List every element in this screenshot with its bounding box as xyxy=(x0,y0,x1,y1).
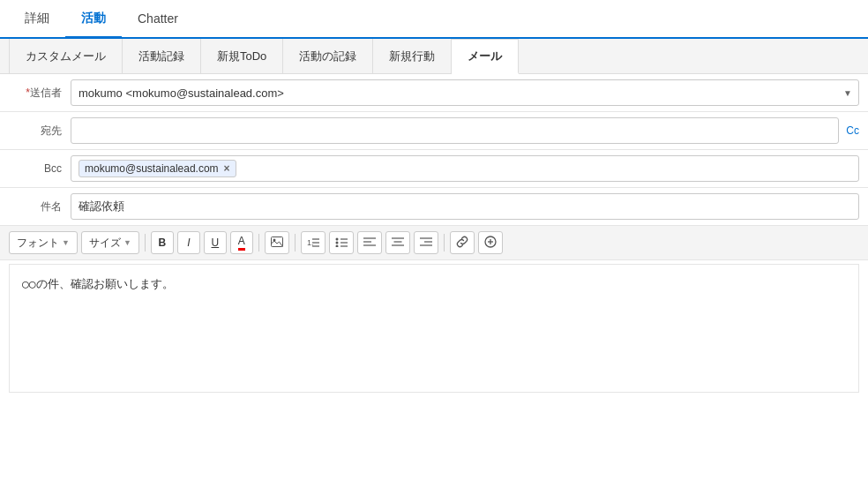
bold-button[interactable]: B xyxy=(151,231,174,254)
size-button[interactable]: サイズ ▼ xyxy=(81,231,139,254)
sub-tab-activity-log[interactable]: 活動記録 xyxy=(123,39,201,73)
size-arrow: ▼ xyxy=(123,238,131,247)
bcc-tag: mokumo@sustainalead.com × xyxy=(79,160,236,177)
sub-tab-custom-mail[interactable]: カスタムメール xyxy=(9,39,123,73)
to-label: 宛先 xyxy=(9,124,71,139)
svg-point-8 xyxy=(335,244,338,247)
link-icon xyxy=(456,236,468,251)
tab-chatter[interactable]: Chatter xyxy=(122,0,194,37)
svg-point-6 xyxy=(335,237,338,240)
sub-tab-new-action[interactable]: 新規行動 xyxy=(373,39,452,73)
sub-tab-bar: カスタムメール 活動記録 新規ToDo 活動の記録 新規行動 メール xyxy=(0,39,868,74)
subject-label: 件名 xyxy=(9,199,71,214)
align-right-icon xyxy=(420,236,432,250)
email-toolbar: フォント ▼ サイズ ▼ B I U A 1. xyxy=(0,226,868,260)
mail-form: *送信者 mokumo <mokumo@sustainalead.com> 宛先… xyxy=(0,74,868,393)
underline-icon: U xyxy=(212,236,220,249)
subject-row: 件名 xyxy=(0,188,868,226)
image-icon xyxy=(271,236,283,250)
align-left-icon xyxy=(363,236,376,250)
font-button[interactable]: フォント ▼ xyxy=(9,231,78,254)
font-arrow: ▼ xyxy=(62,238,70,247)
align-center-button[interactable] xyxy=(385,231,410,254)
sender-row: *送信者 mokumo <mokumo@sustainalead.com> xyxy=(0,74,868,112)
email-body-container: ○○の件、確認お願いします。 xyxy=(9,264,859,393)
link-button[interactable] xyxy=(450,231,475,254)
email-body-editor[interactable]: ○○の件、確認お願いします。 xyxy=(10,265,858,389)
cc-link[interactable]: Cc xyxy=(846,124,859,137)
toolbar-sep-4 xyxy=(444,234,445,252)
align-left-button[interactable] xyxy=(357,231,382,254)
sender-select[interactable]: mokumo <mokumo@sustainalead.com> xyxy=(71,79,859,106)
ordered-list-button[interactable]: 1. xyxy=(301,231,326,254)
sender-select-wrapper: mokumo <mokumo@sustainalead.com> xyxy=(71,79,859,106)
top-tab-bar: 詳細 活動 Chatter xyxy=(0,0,868,39)
sub-tab-mail[interactable]: メール xyxy=(452,39,519,74)
align-center-icon xyxy=(392,236,404,250)
unordered-list-icon xyxy=(335,236,348,250)
align-right-button[interactable] xyxy=(414,231,438,254)
ordered-list-icon: 1. xyxy=(307,236,319,250)
image-button[interactable] xyxy=(265,231,289,254)
bcc-tag-remove[interactable]: × xyxy=(224,163,230,174)
color-icon: A xyxy=(238,235,245,251)
toolbar-sep-3 xyxy=(295,234,296,252)
tab-activity[interactable]: 活動 xyxy=(65,0,122,39)
tab-detail[interactable]: 詳細 xyxy=(9,0,65,37)
italic-icon: I xyxy=(187,236,190,249)
color-button[interactable]: A xyxy=(230,231,253,254)
bcc-label: Bcc xyxy=(9,162,71,175)
sub-tab-activity-record[interactable]: 活動の記録 xyxy=(283,39,373,73)
size-label: サイズ xyxy=(89,236,121,251)
bcc-tag-text: mokumo@sustainalead.com xyxy=(85,162,219,175)
toolbar-sep-1 xyxy=(145,234,146,252)
underline-button[interactable]: U xyxy=(204,231,227,254)
to-input[interactable] xyxy=(71,117,839,144)
bcc-row: Bcc mokumo@sustainalead.com × xyxy=(0,150,868,188)
sub-tab-new-todo[interactable]: 新規ToDo xyxy=(201,39,283,73)
svg-point-7 xyxy=(335,241,338,244)
bcc-tag-container[interactable]: mokumo@sustainalead.com × xyxy=(71,155,859,182)
more-icon xyxy=(484,236,497,251)
font-label: フォント xyxy=(17,236,59,251)
sender-label: *送信者 xyxy=(9,86,71,101)
subject-input[interactable] xyxy=(71,193,859,220)
unordered-list-button[interactable] xyxy=(329,231,354,254)
more-button[interactable] xyxy=(478,231,503,254)
to-row: 宛先 Cc xyxy=(0,112,868,150)
bold-icon: B xyxy=(159,236,167,249)
italic-button[interactable]: I xyxy=(177,231,200,254)
toolbar-sep-2 xyxy=(258,234,259,252)
